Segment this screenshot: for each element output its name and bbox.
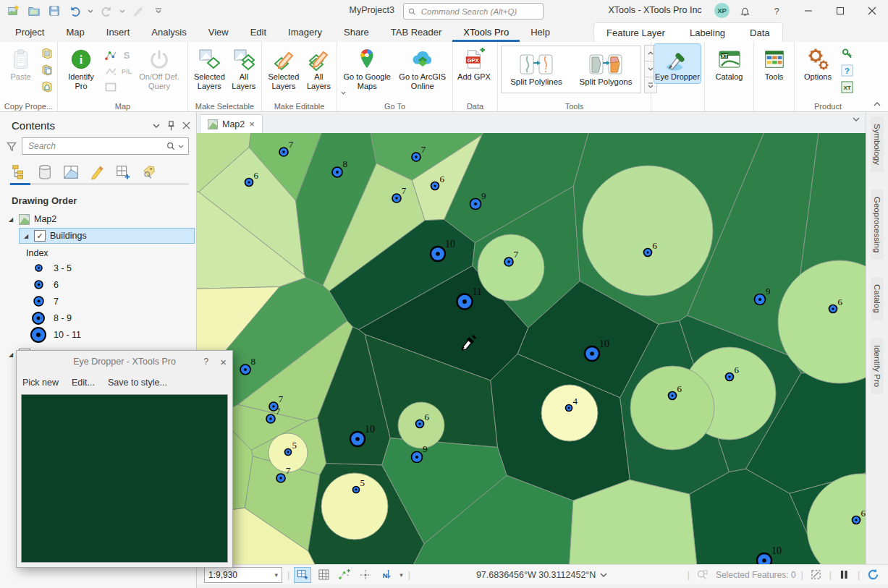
xp-badge[interactable]: XP (714, 3, 730, 18)
redo-dropdown-icon[interactable] (119, 2, 126, 20)
make-editable-selected-layers-button[interactable]: Selected Layers (265, 44, 303, 93)
tab-strip-chevron-icon[interactable] (853, 117, 860, 122)
ribbon-tab-project[interactable]: Project (4, 23, 55, 42)
eye-dropper-dialog[interactable]: Eye Dropper - XTools Pro ? × Pick newEdi… (16, 350, 233, 568)
pause-drawing-icon[interactable] (837, 568, 853, 582)
ribbon-tab-tab-reader[interactable]: TAB Reader (380, 23, 453, 42)
copy-properties-icon[interactable] (40, 46, 54, 61)
add-gpx-button[interactable]: GPX Add GPX (456, 44, 492, 83)
open-project-icon[interactable] (26, 2, 42, 20)
coordinates-readout[interactable]: 97.6836456°W 30.3112452°N (476, 570, 607, 580)
make-selectable-selected-layers-button[interactable]: Selected Layers (191, 44, 228, 93)
expand-arrow-icon[interactable]: ◢ (7, 216, 14, 223)
redo-icon[interactable] (98, 2, 114, 20)
thiessen-circle-cell[interactable] (541, 385, 598, 441)
product-help-icon[interactable]: ? (840, 63, 854, 77)
thiessen-circle-cell[interactable] (630, 366, 714, 450)
context-tab-feature-layer[interactable]: Feature Layer (594, 27, 677, 38)
edit-tool-icon[interactable] (130, 2, 146, 20)
legend-item[interactable]: 8 - 9 (29, 310, 196, 326)
tree-item-buildings[interactable]: ◢ ✓ Buildings (19, 228, 195, 244)
thiessen-circle-cell[interactable] (583, 166, 713, 296)
thiessen-map[interactable]: 768776910761196108775710569466106 (197, 133, 866, 564)
thiessen-circle-cell[interactable] (321, 473, 388, 540)
dialog-menu-pick-new[interactable]: Pick new (22, 378, 59, 388)
onoff-def-query-button[interactable]: On/Off Def. Query (136, 44, 182, 93)
make-editable-all-layers-button[interactable]: All Layers (304, 44, 334, 93)
close-panel-icon[interactable] (182, 122, 190, 129)
go-to-google-maps-button[interactable]: Go to Google Maps (340, 44, 394, 96)
expand-arrow-icon[interactable]: ◢ (7, 351, 14, 358)
ribbon-tab-xtools-pro[interactable]: XTools Pro (452, 23, 520, 42)
undo-dropdown-icon[interactable] (87, 2, 94, 20)
dialog-titlebar[interactable]: Eye Dropper - XTools Pro ? × (17, 351, 232, 372)
new-project-icon[interactable] (6, 2, 22, 20)
filter-icon[interactable] (6, 140, 17, 153)
command-search-input[interactable] (420, 7, 538, 17)
command-search[interactable] (403, 3, 544, 20)
ribbon-tab-view[interactable]: View (198, 23, 240, 42)
legend-item[interactable]: 3 - 5 (29, 260, 196, 276)
dialog-close-button[interactable]: × (220, 356, 227, 368)
buildings-checkbox[interactable]: ✓ (34, 230, 46, 242)
maximize-button[interactable] (824, 0, 856, 22)
scale-combobox[interactable]: 1:9,930 ▾ (204, 567, 282, 583)
ribbon-tab-edit[interactable]: Edit (240, 23, 277, 42)
ribbon-tab-map[interactable]: Map (55, 23, 95, 42)
map-tab-close-icon[interactable]: × (249, 119, 255, 129)
ribbon-tab-share[interactable]: Share (333, 23, 380, 42)
apply-properties-icon[interactable] (40, 80, 54, 94)
extent-icon[interactable] (103, 80, 118, 94)
list-by-labeling-icon[interactable] (114, 163, 132, 181)
minimize-button[interactable] (792, 0, 824, 22)
flash-geometry-icon[interactable] (103, 48, 118, 62)
clear-selection-icon[interactable] (808, 568, 824, 582)
list-by-drawing-order-icon[interactable] (10, 163, 28, 181)
snap-dropdown-icon[interactable]: ▾ (399, 571, 403, 579)
options-button[interactable]: Options (798, 44, 838, 83)
ribbon-collapse-icon[interactable] (871, 99, 884, 109)
split-polylines-button[interactable]: Split Polylines (502, 54, 571, 86)
paste-button[interactable]: Paste (3, 44, 38, 83)
trace-line-icon[interactable] (103, 64, 118, 78)
dock-tab-identify-pro[interactable]: Identify Pro (871, 338, 884, 394)
legend-item[interactable]: 7 (29, 293, 196, 310)
license-key-icon[interactable] (840, 46, 854, 61)
overview-window-icon[interactable] (295, 568, 310, 582)
context-tab-labeling[interactable]: Labeling (677, 27, 737, 38)
ribbon-tab-help[interactable]: Help (520, 23, 561, 42)
save-project-icon[interactable] (46, 2, 62, 20)
ribbon-tab-analysis[interactable]: Analysis (140, 23, 197, 42)
ribbon-tab-imagery[interactable]: Imagery (277, 23, 333, 42)
identify-pro-button[interactable]: i Identify Pro (61, 44, 101, 93)
pl-icon[interactable]: P/L (119, 64, 134, 78)
close-button[interactable] (856, 0, 888, 22)
map-viewport[interactable]: 768776910761196108775710569466106 (197, 133, 866, 564)
refresh-icon[interactable] (865, 568, 881, 582)
xtools-product-icon[interactable]: XT (840, 80, 854, 94)
undo-icon[interactable] (67, 2, 83, 20)
customize-qat-icon[interactable] (151, 2, 166, 20)
list-by-editing-icon[interactable] (88, 163, 106, 181)
list-by-snapping-icon[interactable] (140, 163, 158, 181)
dock-tab-symbology[interactable]: Symbology (871, 116, 884, 172)
expand-arrow-icon[interactable]: ◢ (22, 233, 30, 239)
dock-tab-catalog[interactable]: Catalog (871, 277, 884, 320)
notifications-icon[interactable] (729, 0, 761, 22)
dialog-help-button[interactable]: ? (203, 357, 208, 367)
grid-icon[interactable] (316, 568, 331, 582)
eye-dropper-button[interactable]: Eye Dropper (654, 44, 701, 83)
list-by-selection-icon[interactable] (62, 163, 80, 181)
dialog-menu-save-to-style[interactable]: Save to style... (108, 378, 167, 388)
ribbon-tab-insert[interactable]: Insert (96, 23, 141, 42)
search-dropdown-icon[interactable] (178, 145, 184, 148)
map-tab[interactable]: Map2 × (200, 114, 263, 133)
make-selectable-all-layers-button[interactable]: All Layers (229, 44, 258, 93)
tools-button[interactable]: Tools (757, 44, 791, 83)
split-polygons-button[interactable]: Split Polygons (571, 54, 640, 86)
context-tab-data[interactable]: Data (737, 27, 782, 38)
snapping-crosshair-icon[interactable] (358, 568, 373, 582)
contents-search-box[interactable] (22, 137, 189, 155)
go-to-arcgis-online-button[interactable]: Go to ArcGIS Online (396, 44, 450, 93)
help-icon[interactable]: ? (761, 0, 792, 22)
